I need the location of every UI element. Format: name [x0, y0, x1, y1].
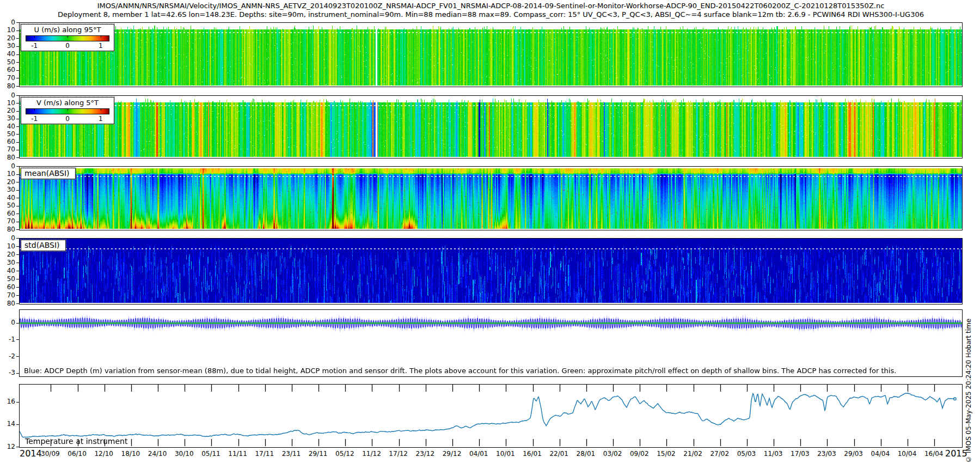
x-tick-label: 22/01 — [544, 450, 574, 458]
y-tick-label: 20 — [0, 35, 15, 42]
y-tick-label: 70 — [0, 292, 15, 299]
x-tick-label: 10/01 — [491, 450, 520, 458]
mean-absi-label: mean(ABSI) — [21, 168, 76, 179]
y-tick-mark — [16, 182, 19, 182]
colorbar-tick — [68, 108, 68, 111]
std-absi-heatmap — [20, 239, 962, 303]
x-tick-label: 21/02 — [678, 450, 708, 458]
colorbar-tick — [68, 35, 68, 38]
y-tick-mark — [16, 22, 19, 23]
x-tick-label: 09/02 — [624, 450, 654, 458]
y-tick-mark — [16, 238, 19, 239]
y-tick-mark — [16, 174, 19, 175]
v-velocity-legend: V (m/s) along 5°T -1 0 1 — [21, 97, 114, 124]
colorbar-label: 0 — [65, 115, 70, 123]
y-tick-label: 20 — [0, 179, 15, 186]
x-tick-label: 06/10 — [63, 450, 92, 458]
y-tick-mark — [16, 198, 19, 198]
panel-std-absi: std(ABSI) — [19, 238, 963, 304]
y-tick-mark — [16, 214, 19, 214]
y-tick-label: 10 — [0, 27, 15, 34]
x-tick-label: 17/12 — [384, 450, 413, 458]
v-colorbar — [26, 108, 109, 114]
y-tick-mark — [16, 190, 19, 191]
colorbar-label: 1 — [99, 42, 103, 50]
y-tick-label: 30 — [0, 42, 15, 50]
temperature-plot — [20, 385, 962, 446]
x-tick-label: 23/12 — [411, 450, 440, 458]
x-tick-label: 11/12 — [357, 450, 386, 458]
x-tick-label: 30/10 — [169, 450, 199, 458]
y-tick-mark — [16, 271, 19, 271]
u-legend-title: U (m/s) along 95°T — [21, 26, 114, 34]
y-tick-mark — [16, 78, 19, 78]
x-tick-label: 15/02 — [651, 450, 681, 458]
x-tick-label: 29/11 — [303, 450, 333, 458]
panel-v-velocity: V (m/s) along 5°T -1 0 1 — [19, 95, 963, 159]
y-tick-label: 0 — [0, 235, 15, 242]
y-tick-label: 40 — [0, 267, 15, 275]
y-tick-mark — [16, 95, 19, 96]
y-tick-label: 0 — [0, 92, 15, 99]
y-tick-label: 70 — [0, 146, 15, 153]
y-tick-label: 30 — [0, 186, 15, 193]
colorbar-tick — [34, 108, 35, 111]
x-tick-label: 05/11 — [196, 450, 225, 458]
colorbar-tick — [101, 35, 101, 38]
depth-variation-plot — [20, 310, 962, 375]
u-velocity-heatmap — [20, 23, 962, 86]
y-tick-label: 30 — [0, 115, 15, 122]
u-colorbar-labels: -1 0 1 — [26, 42, 109, 49]
y-tick-mark — [16, 54, 19, 55]
x-tick-label: 27/02 — [705, 450, 734, 458]
v-velocity-heatmap — [20, 96, 962, 157]
y-tick-label: 60 — [0, 210, 15, 217]
y-tick-label: 50 — [0, 202, 15, 209]
y-tick-mark — [16, 356, 19, 357]
y-tick-label: 0 — [0, 163, 15, 170]
copyright-vertical-text: © IMOS 05-May-2025 20:24:20 Hobart time — [965, 214, 972, 463]
y-tick-mark — [16, 119, 19, 119]
y-tick-mark — [16, 263, 19, 263]
y-tick-label: 80 — [0, 83, 15, 90]
colorbar-tick — [34, 35, 35, 38]
y-tick-mark — [16, 303, 19, 304]
colorbar-tick — [101, 108, 101, 111]
x-tick-label: 16/01 — [518, 450, 547, 458]
y-tick-label: 50 — [0, 276, 15, 283]
y-tick-mark — [16, 134, 19, 135]
colorbar-label: 1 — [99, 115, 103, 123]
depth-variation-annotation: Blue: ADCP Depth (m) variation from sens… — [24, 367, 896, 375]
x-tick-label: 05/12 — [330, 450, 359, 458]
x-tick-label: 04/01 — [464, 450, 493, 458]
x-tick-label: 23/11 — [277, 450, 306, 458]
adcp-figure: IMOS/ANMN/NRS/NRSMAI/Velocity/IMOS_ANMN-… — [0, 0, 980, 463]
x-tick-label: 16/04 — [919, 450, 948, 458]
y-tick-label: 12 — [0, 443, 15, 450]
v-colorbar-labels: -1 0 1 — [26, 115, 109, 122]
y-tick-label: 70 — [0, 75, 15, 82]
y-tick-mark — [16, 246, 19, 247]
std-absi-label: std(ABSI) — [21, 240, 66, 251]
y-tick-label: 60 — [0, 138, 15, 145]
y-tick-label: 80 — [0, 154, 15, 161]
y-tick-mark — [16, 31, 19, 31]
y-tick-mark — [16, 402, 19, 403]
y-tick-label: 16 — [0, 398, 15, 405]
y-tick-mark — [16, 38, 19, 39]
y-tick-label: -1 — [0, 336, 15, 343]
y-tick-label: 40 — [0, 194, 15, 202]
x-tick-label: 17/03 — [785, 450, 814, 458]
y-tick-label: 50 — [0, 131, 15, 138]
colorbar-label: -1 — [31, 42, 38, 50]
panel-mean-absi: mean(ABSI) — [19, 166, 963, 230]
x-tick-label: 29/12 — [437, 450, 467, 458]
v-legend-title: V (m/s) along 5°T — [21, 99, 114, 107]
x-tick-label: 03/02 — [598, 450, 627, 458]
panel-depth-variation: Blue: ADCP Depth (m) variation from sens… — [19, 309, 963, 377]
x-tick-label: 17/11 — [250, 450, 279, 458]
y-tick-mark — [16, 126, 19, 127]
y-tick-label: -2 — [0, 353, 15, 360]
x-tick-label: 11/03 — [758, 450, 788, 458]
y-tick-label: 0 — [0, 19, 15, 26]
